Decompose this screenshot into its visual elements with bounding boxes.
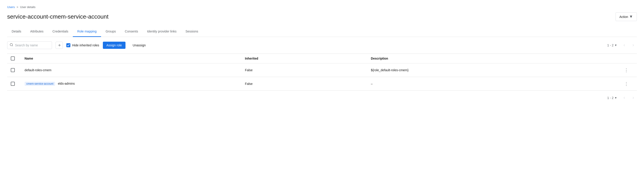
- row-2-description: –: [371, 82, 373, 86]
- row-2-name-suffix: elds-admins: [58, 82, 74, 85]
- pagination-range-select[interactable]: 1 - 2 ▼: [606, 42, 619, 48]
- column-header-actions: [619, 54, 637, 64]
- row-1-kebab-button[interactable]: ⋮: [623, 66, 630, 74]
- row-1-actions-cell: ⋮: [619, 64, 637, 77]
- row-1-name-cell: default-roles-cmem: [21, 64, 242, 77]
- pagination-chevron-icon: ▼: [614, 44, 617, 47]
- row-1-inherited-cell: False: [241, 64, 367, 77]
- row-1-inherited: False: [245, 68, 252, 72]
- pagination-range: 1 - 2: [607, 44, 614, 47]
- unassign-button[interactable]: Unassign: [129, 42, 149, 49]
- tab-details[interactable]: Details: [7, 26, 26, 37]
- row-2-inherited: False: [245, 82, 252, 86]
- tab-sessions[interactable]: Sessions: [181, 26, 203, 37]
- column-header-description: Description: [367, 54, 619, 64]
- tab-role-mapping[interactable]: Role mapping: [73, 26, 101, 37]
- bottom-pagination-range: 1 - 2: [607, 96, 614, 100]
- action-button[interactable]: Action ▼: [616, 12, 637, 21]
- svg-line-1: [12, 46, 13, 46]
- tab-consents[interactable]: Consents: [120, 26, 142, 37]
- breadcrumb: Users > User details: [7, 6, 637, 9]
- search-arrow-button[interactable]: [56, 42, 63, 49]
- search-container: [7, 42, 52, 49]
- action-button-label: Action: [619, 15, 628, 18]
- table-container: Name Inherited Description default-roles…: [7, 54, 637, 91]
- row-2-name-cell: cmem-service-account elds-admins: [21, 77, 242, 91]
- bottom-pagination-chevron-icon: ▼: [614, 96, 617, 100]
- hide-inherited-checkbox[interactable]: [66, 43, 70, 47]
- bottom-pagination-range-select[interactable]: 1 - 2 ▼: [606, 95, 619, 100]
- table-row: default-roles-cmem False ${role_default-…: [7, 64, 637, 77]
- pagination-prev-button[interactable]: [621, 42, 628, 49]
- assign-role-button[interactable]: Assign role: [103, 42, 126, 49]
- bottom-pagination-next-button[interactable]: [630, 94, 637, 102]
- page-header: service-account-cmem-service-account Act…: [7, 12, 637, 21]
- table-row: cmem-service-account elds-admins False –…: [7, 77, 637, 91]
- row-2-name-badge: cmem-service-account: [25, 82, 55, 86]
- column-header-select: [7, 54, 21, 64]
- page-title: service-account-cmem-service-account: [7, 13, 108, 20]
- tabs-container: Details Attributes Credentials Role mapp…: [7, 26, 637, 37]
- chevron-down-icon: ▼: [629, 14, 633, 19]
- pagination-next-button[interactable]: [630, 42, 637, 49]
- row-1-name: default-roles-cmem: [25, 68, 52, 72]
- search-input[interactable]: [15, 44, 50, 47]
- svg-point-0: [10, 44, 12, 46]
- row-2-checkbox[interactable]: [11, 82, 15, 86]
- row-2-kebab-button[interactable]: ⋮: [623, 80, 630, 87]
- page-container: Users > User details service-account-cme…: [0, 0, 644, 110]
- breadcrumb-current: User details: [20, 6, 36, 9]
- roles-table: Name Inherited Description default-roles…: [7, 54, 637, 91]
- column-header-name: Name: [21, 54, 242, 64]
- column-header-inherited: Inherited: [241, 54, 367, 64]
- row-2-description-cell: –: [367, 77, 619, 91]
- row-2-actions-cell: ⋮: [619, 77, 637, 91]
- breadcrumb-separator: >: [16, 6, 18, 9]
- row-1-select-cell: [7, 64, 21, 77]
- row-1-description: ${role_default-roles-cmem}: [371, 68, 408, 72]
- pagination: 1 - 2 ▼: [606, 42, 637, 49]
- breadcrumb-parent[interactable]: Users: [7, 6, 15, 9]
- tab-credentials[interactable]: Credentials: [48, 26, 73, 37]
- hide-inherited-label[interactable]: Hide inherited roles: [66, 43, 99, 47]
- tab-groups[interactable]: Groups: [101, 26, 120, 37]
- hide-inherited-text: Hide inherited roles: [72, 44, 99, 47]
- search-icon: [10, 43, 13, 48]
- tab-attributes[interactable]: Attributes: [26, 26, 48, 37]
- bottom-pagination-prev-button[interactable]: [621, 94, 628, 102]
- row-1-checkbox[interactable]: [11, 68, 15, 72]
- row-1-description-cell: ${role_default-roles-cmem}: [367, 64, 619, 77]
- toolbar: Hide inherited roles Assign role Unassig…: [7, 42, 637, 49]
- select-all-checkbox[interactable]: [11, 56, 15, 60]
- bottom-pagination: 1 - 2 ▼: [7, 91, 637, 105]
- row-2-select-cell: [7, 77, 21, 91]
- row-2-inherited-cell: False: [241, 77, 367, 91]
- tab-identity-provider-links[interactable]: Identity provider links: [142, 26, 181, 37]
